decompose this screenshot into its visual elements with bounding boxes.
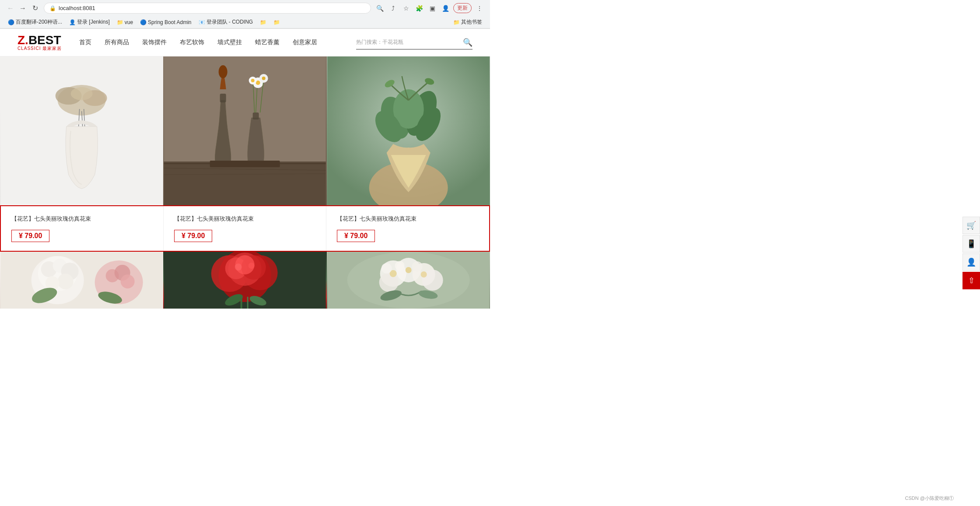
bouquet-svg-1 — [327, 56, 490, 205]
bookmark-baidu[interactable]: 🔵 百度翻译-200种语... — [5, 18, 65, 27]
bookmark-vue-label: vue — [125, 19, 133, 25]
svg-rect-9 — [164, 56, 326, 162]
svg-point-77 — [412, 261, 422, 272]
other-bookmarks-label: 其他书签 — [461, 18, 482, 26]
tab-button[interactable]: ▣ — [427, 3, 438, 14]
logo-classici: CLASSICI 最家家居 — [18, 46, 62, 51]
nav-decor[interactable]: 装饰摆件 — [142, 37, 167, 48]
update-button[interactable]: 更新 — [453, 3, 472, 13]
nav-wall[interactable]: 墙式壁挂 — [217, 37, 242, 48]
svg-rect-62 — [247, 297, 248, 309]
nav-home[interactable]: 首页 — [79, 37, 91, 48]
search-label: 热门搜索：干花花瓶 — [356, 39, 403, 46]
product-info-3[interactable]: 【花艺】七头美丽玫瑰仿真花束 ¥ 79.00 — [326, 206, 489, 251]
blank1-icon: 📁 — [260, 19, 266, 25]
other-bookmarks[interactable]: 📁 其他书签 — [451, 18, 485, 27]
lock-icon: 🔒 — [49, 5, 56, 11]
bookmark-jenkins[interactable]: 👤 登录 [Jenkins] — [66, 18, 112, 27]
svg-point-22 — [251, 79, 255, 82]
svg-point-74 — [420, 271, 427, 278]
bookmarks-bar: 🔵 百度翻译-200种语... 👤 登录 [Jenkins] 📁 vue 🔵 S… — [0, 16, 490, 28]
nav-menu: 首页 所有商品 装饰摆件 布艺软饰 墙式壁挂 蜡艺香薰 创意家居 — [79, 37, 339, 48]
other-bookmarks-icon: 📁 — [453, 19, 460, 25]
bookmark-jenkins-label: 登录 [Jenkins] — [77, 18, 110, 26]
flowers-svg-2 — [0, 252, 163, 309]
page-content: Z.BEST CLASSICI 最家家居 首页 所有商品 装饰摆件 布艺软饰 墙… — [0, 29, 490, 309]
refresh-button[interactable]: ↻ — [30, 3, 40, 14]
nav-candle[interactable]: 蜡艺香薰 — [255, 37, 280, 48]
bookmark-springboot-label: Spring Boot Admin — [148, 19, 191, 25]
vue-icon: 📁 — [117, 19, 123, 25]
logo-best: BEST — [28, 33, 61, 47]
search-input[interactable] — [407, 39, 459, 46]
bookmark-button[interactable]: ☆ — [401, 3, 411, 14]
svg-rect-14 — [220, 94, 226, 102]
carnations-svg — [163, 252, 326, 309]
bookmark-vue[interactable]: 📁 vue — [114, 18, 136, 26]
svg-point-75 — [381, 263, 392, 274]
svg-rect-26 — [210, 161, 280, 167]
site-header: Z.BEST CLASSICI 最家家居 首页 所有商品 装饰摆件 布艺软饰 墙… — [0, 29, 490, 56]
product-image-6[interactable] — [327, 252, 490, 309]
product-image-5[interactable] — [163, 252, 326, 309]
bookmark-blank2[interactable]: 📁 — [271, 18, 283, 26]
share-button[interactable]: ⤴ — [388, 3, 398, 14]
vase-svg-2 — [163, 56, 326, 205]
springboot-icon: 🔵 — [140, 19, 147, 25]
zoom-button[interactable]: 🔍 — [374, 3, 385, 14]
svg-point-60 — [248, 263, 255, 269]
search-button[interactable]: 🔍 — [463, 38, 472, 47]
browser-actions: 🔍 ⤴ ☆ 🧩 ▣ 👤 更新 ⋮ — [374, 3, 485, 14]
svg-point-76 — [395, 261, 404, 271]
forward-button[interactable]: → — [18, 3, 28, 14]
bookmark-blank1[interactable]: 📁 — [257, 18, 269, 26]
nav-creative[interactable]: 创意家居 — [293, 37, 317, 48]
extensions-button[interactable]: 🧩 — [414, 3, 424, 14]
bookmark-springboot[interactable]: 🔵 Spring Boot Admin — [137, 18, 194, 26]
product-image-4[interactable] — [0, 252, 163, 309]
svg-point-4 — [71, 87, 93, 100]
back-button[interactable]: ← — [5, 3, 16, 14]
svg-point-43 — [58, 274, 74, 289]
menu-button[interactable]: ⋮ — [474, 3, 485, 14]
product-info-1[interactable]: 【花艺】七头美丽玫瑰仿真花束 ¥ 79.00 — [1, 206, 164, 251]
search-area: 热门搜索：干花花瓶 🔍 — [356, 36, 472, 49]
bookmark-coding-label: 登录团队 - CODING — [206, 18, 253, 26]
product-section: 【花艺】七头美丽玫瑰仿真花束 ¥ 79.00 【花艺】七头美丽玫瑰仿真花束 ¥ … — [0, 56, 490, 309]
profile-button[interactable]: 👤 — [440, 3, 451, 14]
product-image-3[interactable] — [327, 56, 490, 205]
nav-fabric[interactable]: 布艺软饰 — [180, 37, 204, 48]
product-name-3: 【花艺】七头美丽玫瑰仿真花束 — [337, 215, 479, 223]
product-name-2: 【花艺】七头美丽玫瑰仿真花束 — [174, 215, 315, 223]
svg-point-59 — [235, 264, 242, 271]
product-name-1: 【花艺】七头美丽玫瑰仿真花束 — [11, 215, 153, 223]
product-info-row: 【花艺】七头美丽玫瑰仿真花束 ¥ 79.00 【花艺】七头美丽玫瑰仿真花束 ¥ … — [0, 205, 490, 252]
svg-point-73 — [405, 267, 411, 273]
second-image-row — [0, 252, 490, 309]
blank2-icon: 📁 — [273, 19, 280, 25]
jenkins-icon: 👤 — [69, 19, 76, 25]
svg-point-20 — [262, 77, 266, 80]
logo-z: Z. — [18, 33, 28, 47]
product-price-3: ¥ 79.00 — [337, 230, 375, 242]
address-bar[interactable]: 🔒 localhost:8081 — [44, 3, 371, 14]
browser-toolbar: ← → ↻ 🔒 localhost:8081 🔍 ⤴ ☆ 🧩 ▣ 👤 更新 ⋮ — [0, 0, 490, 16]
baidu-icon: 🔵 — [8, 19, 14, 25]
product-image-row — [0, 56, 490, 205]
white-flowers-svg — [327, 252, 490, 309]
nav-buttons: ← → ↻ — [5, 3, 40, 14]
coding-icon: 📧 — [199, 19, 205, 25]
svg-rect-16 — [253, 112, 259, 119]
bookmark-coding[interactable]: 📧 登录团队 - CODING — [196, 18, 256, 27]
product-price-2: ¥ 79.00 — [174, 230, 212, 242]
product-info-2[interactable]: 【花艺】七头美丽玫瑰仿真花束 ¥ 79.00 — [164, 206, 326, 251]
url-text: localhost:8081 — [59, 5, 95, 11]
svg-point-15 — [219, 65, 228, 78]
product-price-1: ¥ 79.00 — [11, 230, 49, 242]
site-logo[interactable]: Z.BEST CLASSICI 最家家居 — [18, 34, 62, 51]
bookmark-baidu-label: 百度翻译-200种语... — [16, 18, 62, 26]
product-image-2[interactable] — [163, 56, 326, 205]
svg-rect-10 — [164, 162, 326, 205]
nav-all-products[interactable]: 所有商品 — [105, 37, 129, 48]
product-image-1[interactable] — [0, 56, 163, 205]
